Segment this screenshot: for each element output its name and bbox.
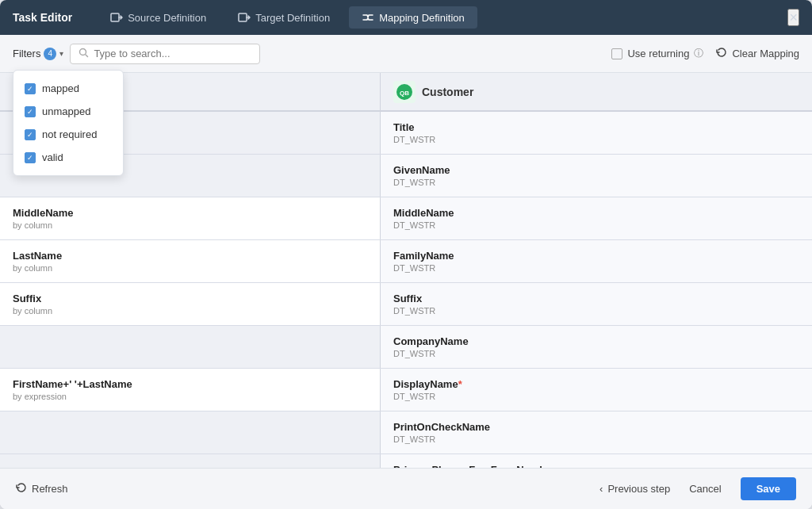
tab-target[interactable]: Target Definition: [225, 6, 343, 29]
field-name: FamilyName: [393, 250, 799, 262]
task-editor-modal: Task Editor Source Definition: [0, 0, 812, 509]
field-name: GivenName: [393, 164, 799, 176]
source-cell-empty: [0, 411, 381, 454]
tab-mapping[interactable]: Mapping Definition: [349, 6, 477, 29]
field-name: LastName: [13, 250, 367, 262]
table-row: FirstName+' '+LastName by expression Dis…: [0, 369, 812, 411]
table-row: MiddleName by column MiddleName DT_WSTR: [0, 197, 812, 240]
footer: Refresh ‹ Previous step Cancel Save: [0, 468, 812, 509]
field-type: DT_WSTR: [393, 263, 799, 273]
field-type: DT_WSTR: [393, 392, 799, 401]
field-name: Suffix: [13, 293, 367, 304]
target-cell-displayname: DisplayName* DT_WSTR: [381, 369, 812, 411]
target-tab-icon: [238, 11, 251, 24]
field-mapping: by column: [13, 306, 367, 316]
svg-point-2: [80, 48, 86, 55]
target-column-header: QB Customer: [381, 73, 812, 111]
field-mapping: by expression: [13, 392, 367, 401]
table-row: Suffix by column Suffix DT_WSTR: [0, 283, 812, 326]
mapped-label: mapped: [42, 82, 79, 94]
mapped-checkbox[interactable]: ✓: [25, 83, 36, 94]
search-icon: [79, 48, 89, 60]
valid-label: valid: [42, 151, 63, 163]
field-name: Title: [393, 121, 799, 133]
field-name: DisplayName*: [393, 378, 799, 390]
filter-count-badge: 4: [44, 48, 56, 60]
target-cell-printoncheckname: PrintOnCheckName DT_WSTR: [381, 411, 812, 454]
field-type: DT_WSTR: [393, 349, 799, 358]
filter-item-mapped[interactable]: ✓ mapped: [13, 77, 123, 100]
source-cell-displayname: FirstName+' '+LastName by expression: [0, 369, 381, 411]
source-tab-icon: [110, 11, 123, 24]
field-type: DT_WSTR: [393, 220, 799, 230]
footer-actions: ‹ Previous step Cancel Save: [599, 477, 796, 500]
source-cell-suffix: Suffix by column: [0, 283, 381, 325]
target-cell-familyname: FamilyName DT_WSTR: [381, 240, 812, 282]
toolbar-right: Use returning ⓘ Clear Mapping: [611, 47, 799, 60]
source-cell-empty: [0, 326, 381, 368]
valid-checkbox[interactable]: ✓: [25, 152, 36, 163]
target-cell-suffix: Suffix DT_WSTR: [381, 283, 812, 325]
not-required-label: not required: [42, 128, 97, 140]
prev-step-label: Previous step: [607, 483, 670, 495]
field-name: Suffix: [393, 293, 799, 304]
target-cell-primaryphone: PrimaryPhone_FreeFormNumber DT_WSTR: [381, 454, 812, 468]
svg-text:QB: QB: [400, 90, 409, 97]
title-bar: Task Editor Source Definition: [0, 0, 812, 35]
target-header-icon: QB: [393, 81, 416, 103]
required-indicator: *: [458, 378, 462, 390]
field-name: MiddleName: [13, 207, 367, 219]
field-type: DT_WSTR: [393, 306, 799, 316]
field-type: DT_WSTR: [393, 434, 799, 444]
clear-mapping-button[interactable]: Clear Mapping: [716, 47, 799, 60]
table-row: PrintOnCheckName DT_WSTR: [0, 411, 812, 454]
source-cell-middlename: MiddleName by column: [0, 197, 381, 239]
filter-item-unmapped[interactable]: ✓ unmapped: [13, 100, 123, 123]
search-box[interactable]: [70, 44, 260, 64]
clear-mapping-label: Clear Mapping: [732, 48, 799, 59]
target-cell-givenname: GivenName DT_WSTR: [381, 155, 812, 197]
chevron-left-icon: ‹: [599, 483, 603, 495]
toolbar: Filters 4 ▾ Use returning ⓘ: [0, 35, 812, 73]
field-mapping: by column: [13, 263, 367, 273]
refresh-button[interactable]: Refresh: [16, 482, 68, 496]
info-icon: ⓘ: [694, 47, 703, 60]
field-name: PrintOnCheckName: [393, 421, 799, 433]
refresh-label: Refresh: [32, 483, 68, 495]
source-cell-lastname: LastName by column: [0, 240, 381, 282]
source-tab-label: Source Definition: [128, 12, 206, 24]
field-type: DT_WSTR: [393, 178, 799, 187]
close-button[interactable]: ×: [787, 9, 799, 26]
source-cell-empty: [0, 454, 381, 468]
search-input[interactable]: [94, 48, 251, 59]
filter-dropdown: ✓ mapped ✓ unmapped ✓ not required ✓ val…: [13, 70, 124, 176]
filter-item-valid[interactable]: ✓ valid: [13, 146, 123, 169]
mapping-tab-label: Mapping Definition: [379, 12, 465, 24]
cancel-button[interactable]: Cancel: [680, 478, 730, 499]
use-returning-label: Use returning: [627, 48, 689, 59]
filters-button[interactable]: Filters 4 ▾: [13, 48, 63, 60]
field-type: DT_WSTR: [393, 135, 799, 144]
svg-rect-0: [111, 13, 119, 21]
use-returning-checkbox[interactable]: [611, 48, 622, 59]
not-required-checkbox[interactable]: ✓: [25, 129, 36, 140]
target-header-label: Customer: [422, 86, 473, 98]
previous-step-button[interactable]: ‹ Previous step: [599, 483, 670, 495]
target-tab-label: Target Definition: [255, 12, 330, 24]
filter-item-not-required[interactable]: ✓ not required: [13, 123, 123, 146]
target-cell-title: Title DT_WSTR: [381, 112, 812, 154]
table-row: PrimaryPhone_FreeFormNumber DT_WSTR: [0, 454, 812, 468]
tab-list: Source Definition Target Definition M: [98, 6, 787, 29]
unmapped-label: unmapped: [42, 105, 90, 117]
save-button[interactable]: Save: [741, 477, 796, 500]
use-returning-toggle[interactable]: Use returning ⓘ: [611, 47, 703, 60]
chevron-down-icon: ▾: [59, 49, 63, 58]
refresh-icon: [16, 482, 27, 496]
tab-source[interactable]: Source Definition: [98, 6, 219, 29]
target-cell-middlename: MiddleName DT_WSTR: [381, 197, 812, 239]
target-cell-companyname: CompanyName DT_WSTR: [381, 326, 812, 368]
field-name: FirstName+' '+LastName: [13, 378, 367, 390]
unmapped-checkbox[interactable]: ✓: [25, 106, 36, 117]
refresh-circle-icon: [716, 47, 727, 60]
table-row: CompanyName DT_WSTR: [0, 326, 812, 369]
